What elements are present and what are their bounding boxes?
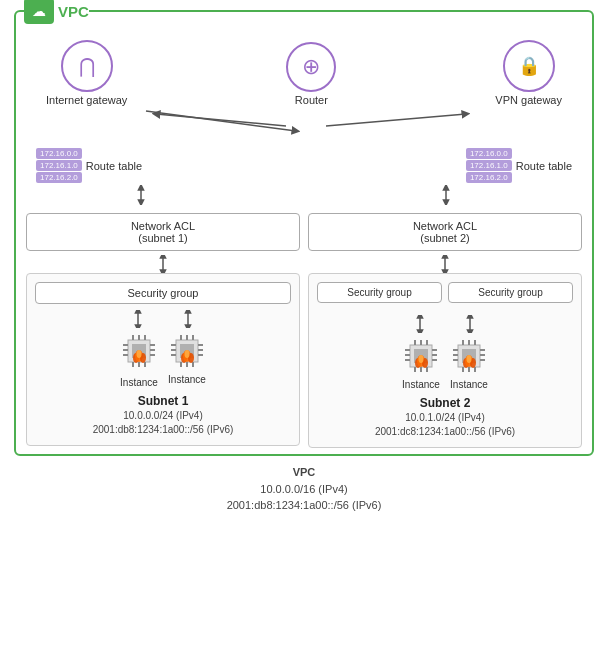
svg-line-2	[326, 114, 466, 126]
svg-point-25	[137, 350, 142, 358]
router: ⊕ Router	[286, 42, 336, 106]
arrows-svg	[26, 106, 582, 146]
internet-gateway: ⋂ Internet gateway	[46, 40, 127, 106]
svg-line-0	[146, 111, 296, 131]
vpc-bottom-cidr-ipv6: 2001:db8:1234:1a00::/56 (IPv6)	[227, 499, 382, 511]
route-chip-r1: 172.16.0.0	[466, 148, 512, 159]
vpc-bottom-cidr-ipv4: 10.0.0.0/16 (IPv4)	[260, 483, 347, 495]
subnet2-security-group-1: Security group	[317, 282, 442, 303]
subnet1-inner: Security group	[26, 273, 300, 446]
subnet2-cidr: 10.0.1.0/24 (IPv4) 2001:dc8:1234:1a00::/…	[375, 411, 515, 439]
subnet1-arrow-down	[153, 255, 173, 273]
diagram-wrapper: ☁ VPC ⋂ Internet gateway ⊕ Router	[0, 0, 608, 672]
subnet2-inner: Security group Security group	[308, 273, 582, 448]
router-icon: ⊕	[286, 42, 336, 92]
route-chip-2: 172.16.1.0	[36, 160, 82, 171]
firewall-icon-4	[450, 337, 488, 373]
subnet2-instance2-label: Instance	[450, 379, 488, 390]
instance-icon-1	[120, 332, 158, 375]
cloud-icon: ☁	[32, 3, 46, 19]
subnet1-security-group: Security group	[35, 282, 291, 304]
subnet1-inst2-arrow	[178, 310, 198, 328]
subnet1-instance-1: Instance	[120, 332, 158, 388]
svg-point-43	[185, 350, 190, 358]
subnet1-instance2-label: Instance	[168, 374, 206, 385]
subnet1-instance1-label: Instance	[120, 377, 158, 388]
subnet1-col: Network ACL (subnet 1)	[26, 213, 300, 448]
route-table-left: 172.16.0.0 172.16.1.0 172.16.2.0 Route t…	[36, 148, 142, 183]
svg-line-1	[156, 114, 286, 126]
vpc-icon: ☁	[24, 0, 54, 24]
subnet2-instances-row: Instance	[402, 337, 488, 390]
route-chip-r2: 172.16.1.0	[466, 160, 512, 171]
instance-icon-3	[402, 337, 440, 377]
vpc-text: VPC	[58, 3, 89, 20]
subnet2-network-acl: Network ACL (subnet 2)	[308, 213, 582, 251]
route-chip-r3: 172.16.2.0	[466, 172, 512, 183]
subnet1-instance-2: Instance	[168, 332, 206, 388]
firewall-icon-3	[402, 337, 440, 373]
subnets-row: Network ACL (subnet 1)	[26, 213, 582, 448]
vpn-gateway-label: VPN gateway	[495, 94, 562, 106]
vpn-gateway-icon: 🔒	[503, 40, 555, 92]
subnet2-security-group-2: Security group	[448, 282, 573, 303]
internet-gateway-label: Internet gateway	[46, 94, 127, 106]
subnet2-col: Network ACL (subnet 2) Secur	[308, 213, 582, 448]
subnet1-network-acl: Network ACL (subnet 1)	[26, 213, 300, 251]
subnet2-inst1-arrow	[410, 315, 430, 333]
subnet1-cidr: 10.0.0.0/24 (IPv4) 2001:db8:1234:1a00::/…	[93, 409, 234, 437]
vpc-bottom-info: VPC 10.0.0.0/16 (IPv4) 2001:db8:1234:1a0…	[227, 464, 382, 514]
subnet2-arrow-down	[435, 255, 455, 273]
route-chip-1: 172.16.0.0	[36, 148, 82, 159]
internet-gateway-icon: ⋂	[61, 40, 113, 92]
subnet2-instance1-label: Instance	[402, 379, 440, 390]
route-table-left-label: Route table	[86, 160, 142, 172]
subnet2-security-groups: Security group Security group	[317, 282, 573, 309]
route-table-right-label: Route table	[516, 160, 572, 172]
subnet2-name: Subnet 2	[420, 396, 471, 410]
vpc-bottom-label: VPC	[293, 466, 316, 478]
firewall-icon-2	[168, 332, 206, 368]
svg-point-82	[467, 355, 472, 363]
route-table-right-stack: 172.16.0.0 172.16.1.0 172.16.2.0	[466, 148, 512, 183]
subnet2-inst2-arrow	[460, 315, 480, 333]
router-label: Router	[295, 94, 328, 106]
route-table-right: 172.16.0.0 172.16.1.0 172.16.2.0 Route t…	[466, 148, 572, 183]
route-table-left-stack: 172.16.0.0 172.16.1.0 172.16.2.0	[36, 148, 82, 183]
instance-icon-2	[168, 332, 206, 372]
route-tables-row: 172.16.0.0 172.16.1.0 172.16.2.0 Route t…	[26, 148, 582, 183]
subnet2-instance-2: Instance	[450, 337, 488, 390]
vpn-gateway: 🔒 VPN gateway	[495, 40, 562, 106]
route-to-acl-arrows	[26, 185, 582, 205]
instance-icon-4	[450, 337, 488, 377]
vpc-label: ☁ VPC	[24, 0, 89, 24]
subnet2-instance-1: Instance	[402, 337, 440, 390]
subnet1-instances-row: Instance	[120, 332, 206, 388]
subnet1-name: Subnet 1	[138, 394, 189, 408]
route-chip-3: 172.16.2.0	[36, 172, 82, 183]
subnet1-inst1-arrow	[128, 310, 148, 328]
svg-point-64	[419, 355, 424, 363]
vpc-container: ☁ VPC ⋂ Internet gateway ⊕ Router	[14, 10, 594, 456]
firewall-icon-1	[120, 332, 158, 368]
